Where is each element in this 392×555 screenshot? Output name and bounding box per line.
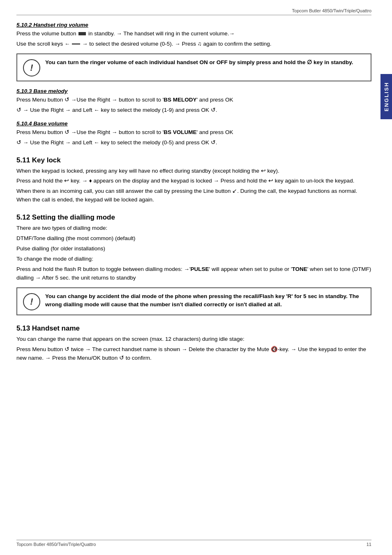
section-513-para1: You can change the name that appears on … [16,335,371,344]
page-footer: Topcom Butler 4850/Twin/Triple/Quattro 1… [16,540,371,547]
section-512-title: 5.12 Setting the dialling mode [16,213,371,222]
section-5104-para2: ↺ → Use the Right → and Left ← key to se… [16,139,371,147]
section-5104-para1: Press Menu button ↺ →Use the Right → but… [16,128,371,137]
section-5103-para1: Press Menu button ↺ →Use the Right → but… [16,96,371,104]
section-5102-para2: Use the scroll keys ← → to select the de… [16,40,371,49]
section-512: 5.12 Setting the dialling mode There are… [16,213,371,282]
section-5103-para2: ↺ → Use the Right → and Left ← key to se… [16,106,371,115]
section-513-para2: Press Menu button ↺ twice → The currect … [16,345,371,363]
section-5103: 5.10.3 Base melody Press Menu button ↺ →… [16,88,371,115]
section-5102-title: 5.10.2 Handset ring volume [16,22,371,28]
page-header: Topcom Butler 4850/Twin/Triple/Quattro [16,8,371,15]
section-511-para1: When the keypad is locked, pressing any … [16,167,371,176]
footer-left: Topcom Butler 4850/Twin/Triple/Quattro [16,542,96,547]
warning-icon-dial [23,293,40,310]
section-511-title: 5.11 Key lock [16,156,371,164]
section-512-para2: DTMF/Tone dialling (the most common) (de… [16,234,371,243]
section-513-title: 5.13 Handset name [16,324,371,333]
section-5104-title: 5.10.4 Base volume [16,120,371,127]
section-511-para3: When there is an incoming call, you can … [16,187,371,204]
info-box-ringer-text: You can turn the ringer volume of each i… [45,58,353,67]
section-511-para2: Press and hold the ↩ key. → ♦ appears on… [16,177,371,185]
language-tab: ENGLISH [380,74,392,119]
section-512-para3: Pulse dialling (for older installations) [16,245,371,253]
section-5104: 5.10.4 Base volume Press Menu button ↺ →… [16,120,371,147]
page-container: ENGLISH Topcom Butler 4850/Twin/Triple/Q… [0,0,392,555]
section-512-para5: Press and hold the flash R button to tog… [16,265,371,282]
warning-icon-ringer [23,59,40,76]
info-box-ringer: You can turn the ringer volume of each i… [16,53,371,81]
section-5102-para1: Press the volume button in standby. → Th… [16,30,371,38]
section-5103-title: 5.10.3 Base melody [16,88,371,94]
info-box-dial-text: You can change by accident the dial mode… [45,292,365,309]
section-513: 5.13 Handset name You can change the nam… [16,324,371,363]
section-512-para1: There are two types of dialling mode: [16,224,371,233]
section-511: 5.11 Key lock When the keypad is locked,… [16,156,371,205]
section-5102: 5.10.2 Handset ring volume Press the vol… [16,22,371,49]
info-box-dial: You can change by accident the dial mode… [16,287,371,315]
section-512-para4: To change the mode of dialling: [16,255,371,264]
header-title: Topcom Butler 4850/Twin/Triple/Quattro [292,8,371,13]
footer-right: 11 [367,542,371,547]
